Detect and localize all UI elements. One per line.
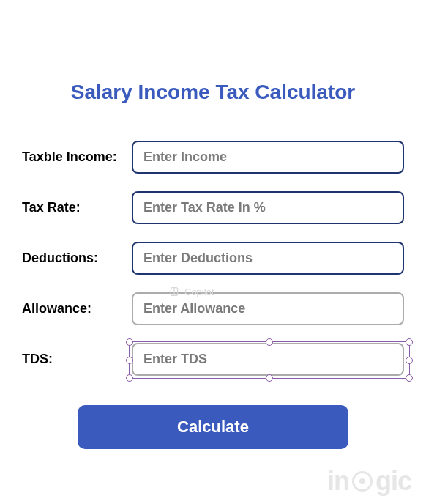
input-tds[interactable] <box>132 343 404 376</box>
resize-handle-bottom-left[interactable] <box>126 374 133 382</box>
watermark-text-2: gic <box>375 466 411 497</box>
input-deductions[interactable] <box>132 242 404 275</box>
label-tds: TDS: <box>22 352 132 367</box>
input-taxable-income[interactable] <box>132 141 404 174</box>
watermark-o-icon <box>352 471 373 492</box>
watermark-logo: in gic <box>327 466 411 497</box>
row-tax-rate: Tax Rate: <box>22 191 404 224</box>
input-tax-rate[interactable] <box>132 191 404 224</box>
label-deductions: Deductions: <box>22 251 132 266</box>
row-tds: TDS: <box>22 343 404 376</box>
row-deductions: Deductions: <box>22 242 404 275</box>
label-allowance: Allowance: <box>22 301 132 316</box>
selected-field-wrap <box>132 343 404 376</box>
resize-handle-bottom-right[interactable] <box>406 374 413 382</box>
label-taxable-income: Taxble Income: <box>22 149 132 165</box>
calculate-button[interactable]: Calculate <box>78 405 348 449</box>
resize-handle-top-right[interactable] <box>406 338 413 346</box>
row-taxable-income: Taxble Income: <box>22 141 404 174</box>
resize-handle-middle-right[interactable] <box>406 357 413 364</box>
input-allowance[interactable] <box>132 292 404 325</box>
watermark-text-1: in <box>327 466 349 497</box>
row-allowance: Allowance: <box>22 292 404 325</box>
label-tax-rate: Tax Rate: <box>22 200 132 215</box>
page-title: Salary Income Tax Calculator <box>22 81 404 104</box>
